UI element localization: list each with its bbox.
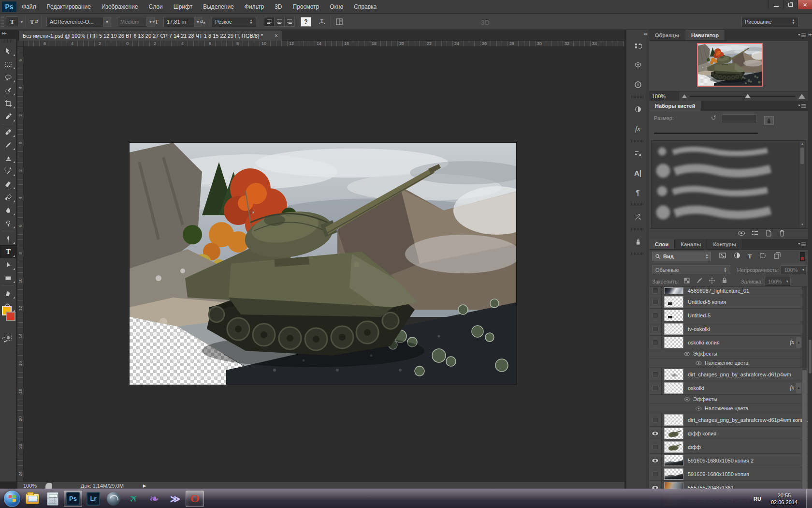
- filter-pixel-layers-icon[interactable]: [719, 252, 726, 261]
- toolbar-expand-arrows[interactable]: ▶▶: [2, 31, 6, 35]
- layer-effect-row[interactable]: Эффекты: [649, 395, 808, 404]
- zoom-slider-thumb[interactable]: [745, 94, 751, 98]
- navigator-zoom-slider[interactable]: [690, 96, 796, 97]
- fill-select[interactable]: 100%▼: [765, 277, 791, 286]
- layer-filtering-toggle[interactable]: [800, 252, 805, 261]
- collapse-effects-icon[interactable]: ▲: [796, 337, 801, 348]
- layer-row[interactable]: dirt_charges_png_by_ashrafcrew-d61p4wm: [649, 368, 808, 381]
- type-tool[interactable]: T: [0, 245, 16, 258]
- filter-smart-objects-icon[interactable]: [773, 252, 781, 261]
- tab-layers[interactable]: Слои: [649, 239, 675, 249]
- move-tool[interactable]: [0, 45, 16, 58]
- brush-preview-scrollbar[interactable]: ▲ ▼: [799, 141, 805, 227]
- panel-icon-paragraph[interactable]: ¶: [626, 182, 649, 202]
- brush-tool[interactable]: [0, 138, 16, 151]
- tab-navigator[interactable]: Навигатор: [685, 30, 725, 40]
- font-family-arrow[interactable]: ▼: [103, 17, 111, 27]
- layer-name[interactable]: oskolki: [688, 385, 790, 391]
- layer-thumbnail[interactable]: [662, 468, 686, 480]
- brush-size-slider[interactable]: [654, 133, 758, 134]
- effect-visibility-icon[interactable]: [684, 352, 690, 356]
- text-color-swatch[interactable]: ?: [301, 17, 311, 27]
- menu-image[interactable]: Изображение: [96, 0, 144, 14]
- panel-menu-icon[interactable]: [798, 33, 806, 38]
- layer-row[interactable]: Untitled-5 копия: [649, 295, 808, 309]
- pen-tool[interactable]: [0, 232, 16, 245]
- document-close-icon[interactable]: ×: [275, 32, 278, 39]
- layer-thumbnail[interactable]: [662, 382, 686, 394]
- layer-row[interactable]: oskolki копияfx▲: [649, 336, 808, 349]
- align-left-button[interactable]: [264, 17, 275, 27]
- delete-brush-icon[interactable]: [778, 229, 786, 239]
- effect-visibility-icon[interactable]: [684, 397, 690, 402]
- layer-visibility-toggle[interactable]: [649, 454, 662, 467]
- blend-mode-select[interactable]: Обычные▲▼: [652, 265, 730, 274]
- crop-tool[interactable]: [0, 97, 16, 110]
- menu-type[interactable]: Шрифт: [168, 0, 198, 14]
- quick-mask-button[interactable]: [0, 331, 16, 344]
- taskbar-photoshop-icon[interactable]: Ps: [64, 491, 82, 507]
- layer-name[interactable]: dirt_charges_png_by_ashrafcrew-d61p4wm к…: [688, 417, 808, 423]
- document-tab[interactable]: Без имени-1.psd @ 100% ( ПН 5 12 19 26 В…: [18, 30, 282, 41]
- layer-row[interactable]: tv-oskolki: [649, 322, 808, 336]
- font-style-select[interactable]: Medium: [117, 17, 147, 27]
- layer-name[interactable]: Untitled-5: [688, 313, 808, 318]
- rectangular-marquee-tool[interactable]: [0, 58, 16, 71]
- current-tool-icon[interactable]: T: [6, 16, 18, 27]
- dock-scroll-thumb[interactable]: [809, 340, 812, 374]
- workspace-select[interactable]: Рисование▲▼: [741, 17, 798, 27]
- zoom-in-icon[interactable]: [798, 94, 805, 99]
- layer-thumbnail[interactable]: [662, 337, 686, 348]
- menu-file[interactable]: Файл: [16, 0, 42, 14]
- brush-reset-icon[interactable]: ↻: [711, 114, 716, 121]
- brush-preset-picker-icon[interactable]: [764, 116, 774, 125]
- minimize-button[interactable]: [768, 0, 783, 9]
- layer-visibility-toggle[interactable]: [649, 287, 662, 295]
- layer-row[interactable]: Untitled-5: [649, 309, 808, 322]
- opacity-select[interactable]: 100%▼: [781, 265, 807, 274]
- layer-thumbnail[interactable]: [662, 414, 686, 426]
- taskbar-mediacoder-icon[interactable]: ≫: [165, 491, 184, 507]
- layer-visibility-toggle[interactable]: [649, 322, 662, 335]
- layer-visibility-toggle[interactable]: [649, 381, 662, 394]
- layer-row[interactable]: 591609-812x508 копия 2: [649, 454, 808, 467]
- warp-text-button[interactable]: T: [318, 17, 326, 27]
- layer-effect-row[interactable]: Наложение цвета: [649, 359, 808, 368]
- taskbar-feather-icon[interactable]: ❧: [145, 491, 163, 507]
- tool-preset-arrow[interactable]: ▼: [20, 20, 24, 24]
- status-menu-arrow[interactable]: ▶: [143, 483, 146, 488]
- layer-thumbnail[interactable]: [662, 441, 686, 453]
- scroll-thumb[interactable]: [800, 148, 804, 164]
- toolbar-grip[interactable]: [3, 40, 13, 43]
- layer-visibility-toggle[interactable]: [649, 336, 662, 349]
- layer-row[interactable]: ффф копия: [649, 427, 808, 440]
- blur-tool[interactable]: [0, 204, 16, 217]
- menu-help[interactable]: Справка: [348, 0, 382, 14]
- panel-icon-character[interactable]: A|: [626, 163, 649, 182]
- lasso-tool[interactable]: [0, 71, 16, 84]
- font-size-select[interactable]: 17,81 пт: [163, 17, 194, 27]
- hand-tool[interactable]: [0, 287, 16, 300]
- layer-visibility-toggle[interactable]: [649, 368, 662, 381]
- layer-row[interactable]: 45896087_lighttexture_01: [649, 287, 808, 295]
- layer-name[interactable]: 591609-812x508 копия 2: [688, 458, 808, 463]
- brush-stroke-preview-icon[interactable]: [738, 229, 745, 239]
- layer-name[interactable]: oskolki копия: [688, 340, 790, 345]
- layer-row[interactable]: oskolkifx▲: [649, 381, 808, 395]
- rectangle-shape-tool[interactable]: [0, 271, 16, 284]
- panel-icon-effects[interactable]: fx: [626, 119, 649, 138]
- layer-thumbnail[interactable]: [662, 310, 686, 321]
- canvas-pasteboard[interactable]: [24, 47, 624, 481]
- layer-row[interactable]: dirt_charges_png_by_ashrafcrew-d61p4wm к…: [649, 413, 808, 427]
- panel-icon-info[interactable]: [626, 75, 649, 94]
- lock-position-icon[interactable]: [708, 277, 716, 286]
- align-center-button[interactable]: [274, 17, 285, 27]
- menu-edit[interactable]: Редактирование: [42, 0, 96, 14]
- panel-icon-tool-presets[interactable]: [626, 207, 649, 226]
- vertical-ruler[interactable]: 642024681012141618202224: [17, 47, 24, 481]
- menu-view[interactable]: Просмотр: [287, 0, 324, 14]
- taskbar-plane-icon[interactable]: ✈: [125, 491, 143, 507]
- collapse-effects-icon[interactable]: ▲: [796, 383, 801, 393]
- lock-all-icon[interactable]: [721, 277, 728, 286]
- menu-3d[interactable]: 3D: [269, 0, 287, 14]
